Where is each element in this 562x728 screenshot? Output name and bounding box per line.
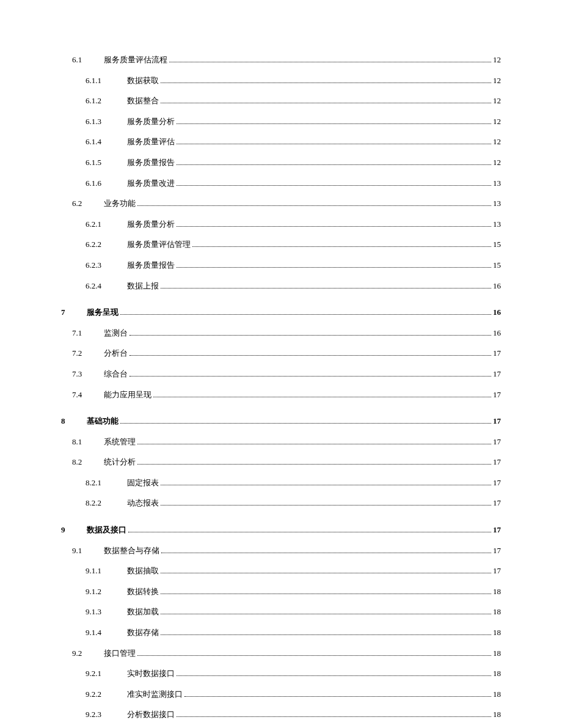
toc-entry: 7.4能力应用呈现17: [61, 390, 501, 400]
toc-entry-title: 数据加载: [127, 607, 159, 617]
toc-entry-page: 18: [493, 628, 501, 638]
toc-leader-dots: [130, 350, 491, 356]
toc-entry-title: 服务质量分析: [127, 219, 175, 229]
toc-entry: 9.2接口管理18: [61, 649, 501, 658]
toc-entry-page: 15: [493, 260, 501, 270]
toc-entry-title: 服务呈现: [87, 307, 119, 317]
toc-entry: 8.2.1固定报表17: [61, 478, 501, 488]
toc-leader-dots: [130, 329, 491, 335]
toc-entry-page: 17: [493, 478, 501, 488]
toc-entry-number: 9.1.1: [86, 566, 127, 576]
toc-entry-page: 17: [493, 457, 501, 467]
toc-entry: 9.1数据整合与存储17: [61, 546, 501, 556]
toc-entry: 8基础功能17: [61, 416, 501, 426]
toc-entry-page: 15: [493, 240, 501, 249]
toc-entry-page: 17: [493, 566, 501, 576]
toc-entry: 6.1.6服务质量改进13: [61, 178, 501, 188]
toc-entry-title: 数据整合: [127, 96, 159, 106]
toc-entry-page: 12: [493, 117, 501, 127]
toc-leader-dots: [177, 159, 491, 165]
toc-leader-dots: [177, 117, 491, 123]
toc-entry-title: 服务质量分析: [127, 117, 175, 127]
toc-leader-dots: [192, 241, 491, 247]
toc-entry-page: 18: [493, 607, 501, 617]
toc-entry-title: 系统管理: [104, 437, 136, 447]
toc-entry-page: 13: [493, 219, 501, 229]
toc-entry: 6.2.3服务质量报告15: [61, 260, 501, 270]
toc-entry-page: 13: [493, 199, 501, 208]
toc-entry-page: 16: [493, 307, 501, 317]
toc-entry-page: 17: [493, 416, 501, 426]
toc-entry: 7.2分析台17: [61, 348, 501, 358]
toc-entry-page: 17: [493, 525, 501, 535]
toc-leader-dots: [177, 220, 491, 226]
toc-entry: 7.3综合台17: [61, 369, 501, 379]
toc-entry-page: 17: [493, 369, 501, 379]
toc-entry-title: 分析数据接口: [127, 710, 175, 719]
toc-entry-page: 12: [493, 55, 501, 65]
toc-leader-dots: [130, 370, 491, 377]
toc-leader-dots: [137, 438, 491, 444]
toc-entry-title: 服务质量报告: [127, 158, 175, 167]
toc-entry-title: 数据抽取: [127, 566, 159, 576]
toc-entry: 6.1.2数据整合12: [61, 96, 501, 106]
toc-entry-number: 8.2: [72, 457, 104, 467]
toc-leader-dots: [161, 629, 491, 635]
toc-leader-dots: [177, 179, 491, 185]
toc-entry-number: 6.2.2: [86, 240, 127, 249]
toc-entry-page: 17: [493, 498, 501, 508]
toc-entry-title: 业务功能: [104, 199, 136, 208]
toc-leader-dots: [177, 711, 491, 717]
toc-entry-title: 数据上报: [127, 281, 159, 291]
toc-leader-dots: [177, 138, 491, 144]
toc-entry-number: 6.1: [72, 55, 104, 65]
toc-entry: 9.1.2数据转换18: [61, 587, 501, 597]
toc-entry-number: 7.4: [72, 390, 104, 400]
toc-entry-number: 8.2.2: [86, 498, 127, 508]
toc-leader-dots: [161, 479, 491, 485]
toc-leader-dots: [120, 309, 491, 315]
toc-entry: 6.2.1服务质量分析13: [61, 219, 501, 229]
toc-leader-dots: [169, 56, 491, 62]
toc-entry-number: 6.2.3: [86, 260, 127, 270]
toc-entry-number: 6.1.2: [86, 96, 127, 106]
toc-leader-dots: [137, 649, 491, 655]
toc-entry-title: 动态报表: [127, 498, 159, 508]
toc-entry-page: 18: [493, 669, 501, 678]
toc-entry-number: 6.1.6: [86, 178, 127, 188]
toc-entry-page: 18: [493, 710, 501, 719]
toc-entry-number: 6.2.1: [86, 219, 127, 229]
toc-leader-dots: [137, 458, 491, 465]
toc-leader-dots: [161, 546, 491, 553]
toc-entry-page: 17: [493, 390, 501, 400]
toc-entry-title: 服务质量评估: [127, 137, 175, 147]
toc-entry-page: 18: [493, 649, 501, 658]
toc-entry: 6.2.2服务质量评估管理15: [61, 240, 501, 249]
toc-entry-title: 实时数据接口: [127, 669, 175, 678]
toc-entry-number: 9.1.3: [86, 607, 127, 617]
toc-entry-number: 6.2: [72, 199, 104, 208]
toc-entry-title: 统计分析: [104, 457, 136, 467]
toc-entry: 6.1.4服务质量评估12: [61, 137, 501, 147]
toc-entry: 8.2统计分析17: [61, 457, 501, 467]
toc-leader-dots: [153, 391, 491, 397]
toc-entry-page: 17: [493, 437, 501, 447]
toc-entry-page: 12: [493, 158, 501, 167]
toc-entry: 6.1.3服务质量分析12: [61, 117, 501, 127]
toc-entry-number: 9.1.2: [86, 587, 127, 597]
toc-entry-title: 接口管理: [104, 649, 136, 658]
table-of-contents: 6.1服务质量评估流程126.1.1数据获取126.1.2数据整合126.1.3…: [61, 55, 501, 719]
toc-entry-title: 数据转换: [127, 587, 159, 597]
toc-leader-dots: [161, 587, 491, 594]
toc-entry-number: 9.2: [72, 649, 104, 658]
toc-entry-title: 数据及接口: [87, 525, 126, 535]
toc-entry: 6.1.1数据获取12: [61, 76, 501, 86]
toc-entry-number: 6.2.4: [86, 281, 127, 291]
toc-leader-dots: [128, 526, 491, 532]
toc-entry-title: 分析台: [104, 348, 128, 358]
toc-leader-dots: [161, 608, 491, 614]
toc-entry: 9.1.3数据加载18: [61, 607, 501, 617]
toc-entry-number: 7: [61, 307, 87, 317]
toc-leader-dots: [137, 200, 491, 206]
toc-entry-page: 12: [493, 76, 501, 86]
